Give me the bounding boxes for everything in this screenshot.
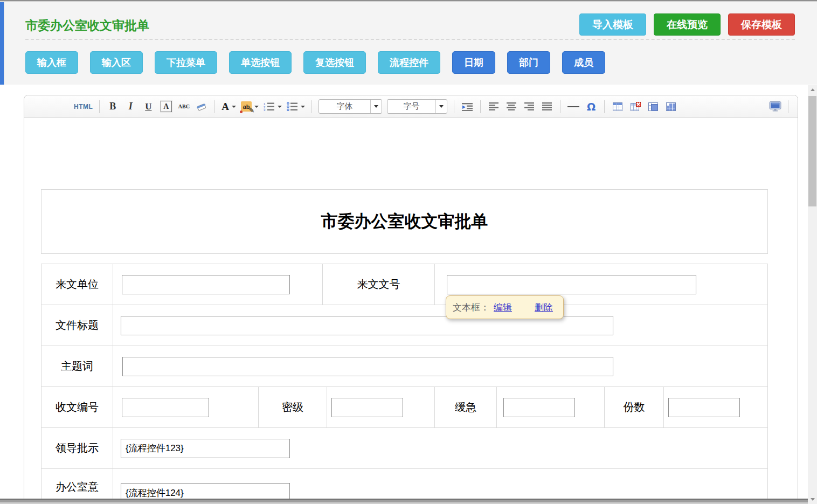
receipt-number-input[interactable] <box>122 398 209 417</box>
font-size-value: 字号 <box>387 101 435 112</box>
strikethrough-button[interactable]: ABC <box>177 99 190 114</box>
toolbar-separator <box>788 100 788 113</box>
toolbar-separator <box>214 100 215 113</box>
edit-field-link[interactable]: 编辑 <box>494 301 512 314</box>
indent-button[interactable] <box>461 99 474 114</box>
import-template-button[interactable]: 导入模板 <box>579 13 646 36</box>
form-title-cell: 市委办公室收文审批单 <box>41 189 768 254</box>
cell-subject-words <box>113 346 767 386</box>
italic-icon: I <box>129 101 133 112</box>
subject-words-input[interactable] <box>122 357 613 376</box>
widget-radio-button[interactable]: 单选按钮 <box>229 51 292 74</box>
font-family-select[interactable]: 字体 <box>319 99 382 114</box>
font-size-select[interactable]: 字号 <box>387 99 447 114</box>
insert-table-button[interactable] <box>611 99 624 114</box>
table-row: 文件标题 <box>41 305 767 346</box>
widget-member-button[interactable]: 成员 <box>562 51 605 74</box>
align-left-button[interactable] <box>487 99 500 114</box>
unordered-list-icon <box>287 102 298 111</box>
widget-toolbar: 输入框 输入区 下拉菜单 单选按钮 复选按钮 流程控件 日期 部门 成员 <box>25 51 605 74</box>
eraser-icon <box>196 101 207 112</box>
red-dot <box>240 111 243 113</box>
font-color-button[interactable]: A <box>221 99 236 114</box>
scrollbar-thumb[interactable] <box>808 96 816 206</box>
label-incoming-doc-number: 来文文号 <box>323 264 435 305</box>
copies-input[interactable] <box>668 398 740 417</box>
bold-icon: B <box>109 101 116 112</box>
arrow-up-icon <box>811 88 815 91</box>
select-arrow[interactable] <box>370 100 382 113</box>
scroll-down-button[interactable] <box>808 495 817 504</box>
vertical-scrollbar[interactable] <box>808 85 817 504</box>
cell-document-title <box>113 305 767 346</box>
chevron-down-icon <box>439 105 444 108</box>
delete-table-button[interactable] <box>629 99 642 114</box>
svg-text:3: 3 <box>264 108 266 111</box>
indent-icon <box>462 102 473 111</box>
underline-button[interactable]: U <box>142 99 155 114</box>
toolbar-separator <box>454 100 454 113</box>
form-title: 市委办公室收文审批单 <box>321 210 488 233</box>
table-cells-button[interactable] <box>664 99 677 114</box>
widget-dropdown-button[interactable]: 下拉菜单 <box>155 51 217 74</box>
bold-button[interactable]: B <box>106 99 119 114</box>
table-row: 主题词 <box>41 346 767 387</box>
ordered-list-button[interactable]: 1 2 3 <box>264 99 282 114</box>
cell-security-level <box>327 387 435 427</box>
incoming-unit-input[interactable] <box>122 275 290 294</box>
field-action-tooltip: 文本框： 编辑 删除 <box>446 295 564 319</box>
fullscreen-monitor-icon <box>769 101 781 112</box>
editor-content: 市委办公室收文审批单 来文单位 来文文号 文件标题 主题词 <box>24 118 798 504</box>
highlight-color-button[interactable]: ab✎ <box>241 99 259 114</box>
special-character-button[interactable]: Ω <box>585 99 598 114</box>
form-table: 来文单位 来文文号 文件标题 主题词 <box>41 264 768 504</box>
select-arrow[interactable] <box>435 100 447 113</box>
page-title: 市委办公室收文审批单 <box>25 17 149 34</box>
html-source-icon: HTML <box>74 103 93 111</box>
align-center-button[interactable] <box>505 99 518 114</box>
table-row: 领导批示 <box>41 428 767 469</box>
cell-receipt-number <box>113 387 259 427</box>
widget-input-box-button[interactable]: 输入框 <box>25 51 78 74</box>
align-justify-button[interactable] <box>541 99 553 114</box>
cell-urgency <box>497 387 605 427</box>
widget-input-area-button[interactable]: 输入区 <box>90 51 143 74</box>
header-panel: 市委办公室收文审批单 导入模板 在线预览 保存模板 输入框 输入区 下拉菜单 单… <box>4 2 817 85</box>
label-incoming-unit: 来文单位 <box>41 264 113 305</box>
urgency-input[interactable] <box>503 398 575 417</box>
widget-date-button[interactable]: 日期 <box>452 51 495 74</box>
chevron-down-icon <box>254 106 259 108</box>
align-right-button[interactable] <box>523 99 536 114</box>
toolbar-separator <box>99 100 100 113</box>
widget-flow-control-button[interactable]: 流程控件 <box>378 51 440 74</box>
eraser-button[interactable] <box>195 99 208 114</box>
arrow-down-icon <box>811 498 815 501</box>
pencil-icon: ✎ <box>248 106 254 114</box>
chevron-down-icon <box>232 106 236 108</box>
delete-field-link[interactable]: 删除 <box>535 301 553 314</box>
highlight-icon: ab✎ <box>241 101 252 112</box>
label-copies: 份数 <box>605 387 664 427</box>
security-level-input[interactable] <box>331 398 403 417</box>
table-row: 收文编号 密级 缓急 份数 <box>41 387 767 428</box>
fullscreen-button[interactable] <box>768 99 781 114</box>
scroll-up-button[interactable] <box>808 85 817 94</box>
styled-text-button[interactable]: A <box>160 99 172 114</box>
horizontal-rule-button[interactable] <box>567 99 580 114</box>
widget-checkbox-button[interactable]: 复选按钮 <box>303 51 366 74</box>
table-cells-icon <box>666 102 676 112</box>
cell-incoming-unit <box>113 264 323 305</box>
html-source-button[interactable]: HTML <box>74 99 93 114</box>
chevron-down-icon <box>301 106 305 108</box>
widget-department-button[interactable]: 部门 <box>507 51 550 74</box>
online-preview-button[interactable]: 在线预览 <box>654 13 721 36</box>
save-template-button[interactable]: 保存模板 <box>728 13 795 36</box>
left-blue-strip <box>0 0 4 85</box>
italic-button[interactable]: I <box>124 99 137 114</box>
incoming-doc-number-input[interactable] <box>447 275 696 294</box>
leader-instructions-input[interactable] <box>121 439 290 458</box>
header-actions: 导入模板 在线预览 保存模板 <box>579 13 795 36</box>
unordered-list-button[interactable] <box>287 99 305 114</box>
merge-cells-button[interactable] <box>647 99 660 114</box>
chevron-down-icon <box>278 106 282 108</box>
